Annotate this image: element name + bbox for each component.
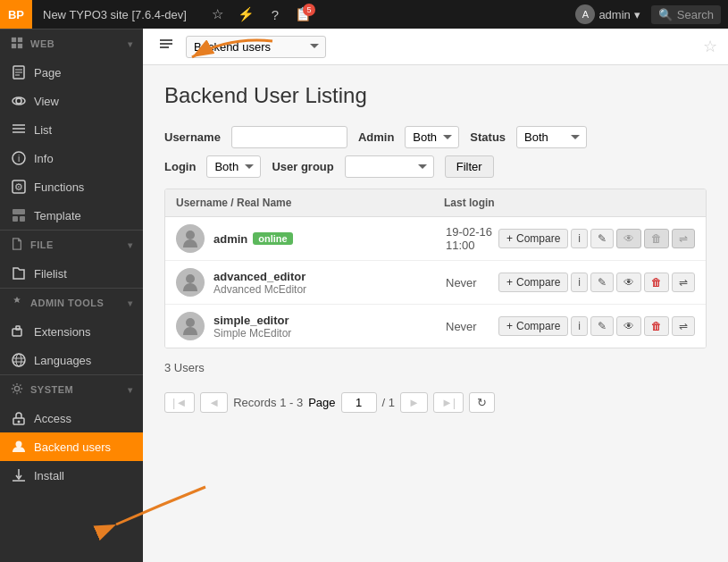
edit-button[interactable]: ✎: [590, 273, 614, 292]
sidebar-section-file-header[interactable]: FILE ▾: [0, 231, 143, 259]
online-badge: online: [253, 232, 292, 245]
extensions-icon: [11, 323, 27, 340]
module-dropdown[interactable]: Backend users Backend user groups: [186, 36, 326, 58]
username-filter-input[interactable]: [231, 126, 347, 148]
status-filter-label: Status: [470, 130, 506, 144]
svg-rect-19: [20, 216, 25, 222]
delete-button-disabled: 🗑: [644, 229, 669, 248]
table-row: advanced_editor Advanced McEditor Never …: [165, 261, 706, 305]
next-page-button[interactable]: ►: [400, 392, 428, 413]
admin-filter-label: Admin: [358, 130, 394, 144]
sidebar-item-access[interactable]: Access: [0, 404, 143, 432]
help-icon[interactable]: ?: [262, 0, 289, 29]
filter-button[interactable]: Filter: [445, 155, 494, 178]
sidebar-section-file: FILE ▾ Filelist: [0, 230, 143, 288]
row-realname: Advanced McEditor: [213, 283, 446, 296]
sidebar-item-languages[interactable]: Languages: [0, 346, 143, 374]
status-filter-select[interactable]: Both Active Inactive: [516, 126, 587, 148]
sidebar-section-system-header[interactable]: SYSTEM ▾: [0, 375, 143, 404]
content-area: Backend users Backend user groups ☆ Back…: [143, 29, 728, 562]
last-page-button[interactable]: ►|: [433, 392, 464, 413]
svg-point-29: [16, 441, 22, 448]
sidebar-item-backend-users[interactable]: Backend users: [0, 432, 143, 461]
user-dropdown-icon: ▾: [634, 8, 640, 21]
search-button[interactable]: 🔍 Search: [651, 5, 721, 24]
username-filter-label: Username: [164, 130, 221, 144]
view-button[interactable]: 👁: [616, 316, 641, 336]
delete-button[interactable]: 🗑: [644, 316, 669, 336]
topbar-icons: ☆ ⚡ ? 📋 5: [205, 0, 317, 29]
sidebar-item-filelist[interactable]: Filelist: [0, 259, 143, 288]
sidebar-item-template-label: Template: [34, 209, 81, 222]
sidebar-item-functions-label: Functions: [34, 180, 84, 194]
info-button[interactable]: i: [571, 316, 588, 336]
table-row: simple_editor Simple McEditor Never + Co…: [165, 305, 706, 348]
notifications-icon[interactable]: 📋 5: [290, 0, 317, 29]
avatar: [176, 268, 205, 297]
avatar: [176, 224, 205, 253]
info-button[interactable]: i: [571, 273, 588, 292]
bookmark-icon[interactable]: ☆: [205, 0, 231, 29]
template-icon: [11, 207, 27, 223]
user-name-section: advanced_editor Advanced McEditor: [213, 270, 446, 296]
sidebar-item-extensions[interactable]: Extensions: [0, 317, 143, 346]
sidebar-section-admin-tools: ADMIN TOOLS ▾ Extensions Languages: [0, 288, 143, 374]
favorite-icon[interactable]: ☆: [703, 37, 717, 56]
usergroup-filter-select[interactable]: [345, 155, 434, 178]
login-filter-select[interactable]: Both Yes No: [206, 155, 261, 178]
sidebar-section-system-label: SYSTEM: [30, 384, 73, 395]
usergroup-filter-label: User group: [272, 160, 333, 173]
first-page-button[interactable]: |◄: [164, 392, 195, 413]
su-button[interactable]: ⇌: [672, 316, 695, 336]
edit-button[interactable]: ✎: [590, 316, 614, 336]
svg-rect-18: [13, 216, 18, 222]
row-actions: + Compare i ✎ 👁 🗑 ⇌: [498, 316, 695, 336]
file-icon: [11, 238, 23, 252]
sidebar-section-web-header[interactable]: WEB ▾: [0, 29, 143, 58]
delete-button[interactable]: 🗑: [644, 273, 669, 292]
sidebar-section-admin-tools-label: ADMIN TOOLS: [30, 298, 104, 308]
sidebar-item-view[interactable]: View: [0, 87, 143, 115]
sidebar-item-filelist-label: Filelist: [34, 267, 67, 281]
filter-row-1: Username Admin Both Yes No Status Both A…: [164, 126, 707, 148]
refresh-button[interactable]: ↻: [469, 392, 495, 413]
compare-button[interactable]: + Compare: [498, 273, 568, 292]
info-button[interactable]: i: [571, 229, 588, 248]
compare-button[interactable]: + Compare: [498, 229, 568, 248]
row-realname: Simple McEditor: [213, 327, 446, 340]
file-collapse-icon: ▾: [128, 240, 133, 250]
admin-filter-select[interactable]: Both Yes No: [405, 126, 459, 148]
sidebar-item-info[interactable]: i Info: [0, 144, 143, 172]
sidebar-item-install-label: Install: [34, 469, 64, 482]
svg-text:i: i: [18, 154, 20, 164]
su-button[interactable]: ⇌: [672, 273, 695, 292]
records-label: Records 1 - 3: [233, 396, 303, 409]
sidebar-item-install[interactable]: Install: [0, 461, 143, 490]
app-title: New TYPO3 site [7.6.4-dev]: [36, 8, 194, 21]
flash-icon[interactable]: ⚡: [233, 0, 260, 29]
users-table: Username / Real Name Last login admin on…: [164, 189, 707, 348]
row-last-login: Never: [446, 320, 498, 333]
languages-icon: [11, 352, 27, 368]
page-label: Page: [308, 396, 335, 409]
sidebar-item-list[interactable]: List: [0, 115, 143, 144]
sidebar-item-template[interactable]: Template: [0, 201, 143, 230]
info-icon: i: [11, 150, 27, 166]
compare-button[interactable]: + Compare: [498, 316, 568, 336]
sidebar-item-languages-label: Languages: [34, 354, 91, 367]
page-content: Backend User Listing Username Admin Both…: [143, 65, 728, 562]
sidebar-item-page[interactable]: Page: [0, 58, 143, 87]
table-row: admin online 19-02-16 11:00 + Compare i …: [165, 217, 706, 261]
prev-page-button[interactable]: ◄: [200, 392, 228, 413]
web-collapse-icon: ▾: [128, 39, 133, 49]
sidebar-section-admin-tools-header[interactable]: ADMIN TOOLS ▾: [0, 289, 143, 317]
svg-point-32: [186, 274, 195, 283]
edit-button[interactable]: ✎: [590, 229, 614, 248]
view-button[interactable]: 👁: [616, 273, 641, 292]
sidebar-item-view-label: View: [34, 95, 59, 108]
user-name-section: simple_editor Simple McEditor: [213, 314, 446, 340]
page-title: Backend User Listing: [164, 83, 707, 108]
user-menu[interactable]: A admin ▾: [568, 4, 647, 24]
page-number-input[interactable]: [341, 392, 377, 413]
sidebar-item-functions[interactable]: ⚙ Functions: [0, 172, 143, 201]
